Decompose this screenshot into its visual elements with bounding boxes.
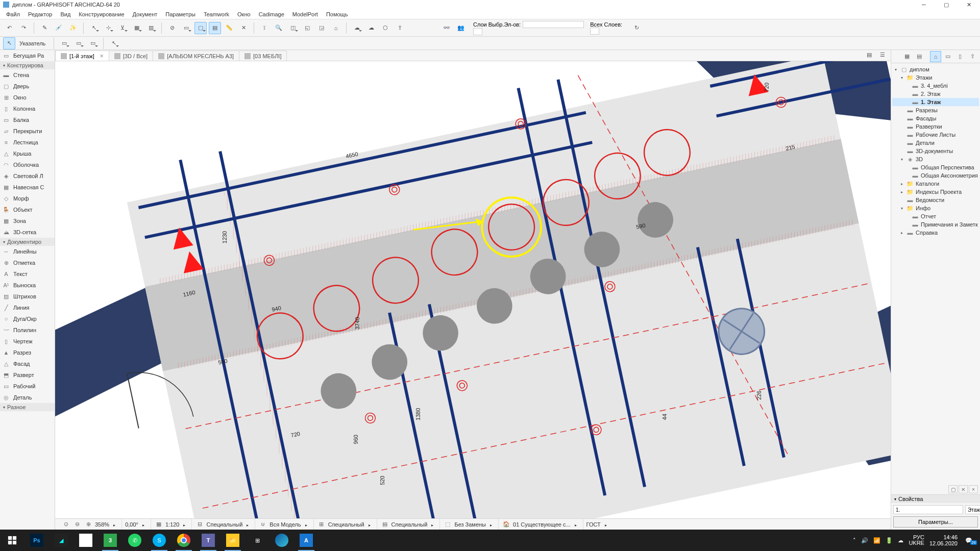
tray-battery-icon[interactable]: 🔋 <box>886 537 893 544</box>
cloud2-button[interactable]: ⬡ <box>379 22 391 34</box>
tab-3d[interactable]: [3D / Все] <box>109 51 153 61</box>
drawing-canvas[interactable]: 4650 1230 1160 940 590 590 3740 720 720 … <box>55 61 891 518</box>
tray-wifi-icon[interactable]: 📶 <box>873 537 880 544</box>
status-model[interactable]: Вся Модель <box>270 521 301 528</box>
wall-tool[interactable]: ▬Стена <box>0 69 55 81</box>
pointer-tool-button[interactable]: ↖ <box>3 37 15 49</box>
nav-tab-views[interactable]: ▭ <box>942 51 953 62</box>
menu-edit[interactable]: Редактор <box>24 10 56 18</box>
params-button[interactable]: Параметры... <box>893 516 978 528</box>
detail-tool[interactable]: ◎Деталь <box>0 392 55 403</box>
status-standard[interactable]: ГОСТ <box>586 521 601 528</box>
measure-button[interactable]: ⟟ <box>258 22 271 34</box>
mesh-tool[interactable]: ⛰3D-сетка <box>0 227 55 238</box>
drawing-tool[interactable]: ▯Чертеж <box>0 336 55 347</box>
nav-tab-layouts[interactable]: ▯ <box>954 51 966 62</box>
trace-button[interactable]: ▤ <box>209 22 221 34</box>
taskbar-skype[interactable]: S <box>147 530 172 551</box>
layer-all-dropdown[interactable] <box>590 28 599 35</box>
selection-rect-button[interactable]: ▭ <box>180 22 192 34</box>
beam-tool[interactable]: ▭Балка <box>0 114 55 126</box>
zone-tool[interactable]: ▩Зона <box>0 215 55 227</box>
line-tool[interactable]: ╱Линия <box>0 302 55 313</box>
tray-onedrive-icon[interactable]: ☁ <box>898 537 903 544</box>
window-tool[interactable]: ⊞Окно <box>0 92 55 103</box>
stair-tool[interactable]: ≡Лестница <box>0 137 55 148</box>
status-special3[interactable]: Специальный <box>391 521 428 528</box>
toolbox-other-head[interactable]: Разное <box>0 403 55 411</box>
menu-teamwork[interactable]: Teamwork <box>200 10 233 18</box>
section-tool[interactable]: ▲Разрез <box>0 347 55 358</box>
home-button[interactable]: ⌂ <box>330 22 342 34</box>
menu-window[interactable]: Окно <box>233 10 255 18</box>
taskbar-sketchup[interactable]: 3 <box>98 530 122 551</box>
menu-help[interactable]: Помощь <box>322 10 352 18</box>
selection-mode-button[interactable]: ▢ <box>194 22 207 34</box>
nav-mode-1[interactable]: ▦ <box>901 51 913 62</box>
zoom-in-button[interactable]: ⊕ <box>84 520 93 529</box>
cloud-button[interactable]: ☁ <box>365 22 377 34</box>
quickselect-3[interactable]: ▭ <box>87 37 99 49</box>
polyline-tool[interactable]: 〰Полилин <box>0 324 55 336</box>
syringe-button[interactable]: 💉 <box>53 22 65 34</box>
tray-more-icon[interactable]: ˄ <box>853 537 856 544</box>
filter-button[interactable]: ↖ <box>108 37 120 49</box>
layer-sel-dropdown[interactable] <box>473 28 482 35</box>
teamwork-button[interactable]: 👥 <box>455 22 467 34</box>
label-tool[interactable]: A¹Выноска <box>0 280 55 291</box>
tab-overview-button[interactable]: ▤ <box>863 48 875 61</box>
status-override[interactable]: Без Замены <box>454 521 486 528</box>
arc-tool[interactable]: ○Дуга/Окр <box>0 313 55 324</box>
undo-button[interactable]: ↶ <box>3 22 15 34</box>
taskbar-taskview[interactable]: ⊞ <box>245 530 270 551</box>
taskbar-app-acer[interactable]: ◢ <box>49 530 74 551</box>
nav-close-button[interactable]: × <box>969 485 978 493</box>
share-button[interactable]: ⇪ <box>394 22 406 34</box>
taskbar-whatsapp[interactable]: ✆ <box>122 530 147 551</box>
tray-language[interactable]: РУСUKRE <box>909 535 924 546</box>
menu-file[interactable]: Файл <box>2 10 24 18</box>
find-button[interactable]: 🔍 <box>273 22 285 34</box>
nav-del-button[interactable]: ✕ <box>959 485 968 493</box>
tab-floor1[interactable]: [1-й этаж]× <box>55 51 109 61</box>
taskbar-explorer[interactable]: 📁 <box>220 530 245 551</box>
zoom-out-button[interactable]: ⊖ <box>72 520 82 529</box>
text-tool[interactable]: AТекст <box>0 268 55 280</box>
view-button[interactable]: ◫ <box>287 22 299 34</box>
cancel-button[interactable]: ✕ <box>237 22 250 34</box>
status-special1[interactable]: Специальный <box>206 521 242 528</box>
slab-tool[interactable]: ▱Перекрыти <box>0 126 55 137</box>
taskbar-store[interactable]: 🛍 <box>74 530 98 551</box>
nav-floor1-item[interactable]: ▬1. Этаж <box>892 98 979 106</box>
column-tool[interactable]: ▯Колонна <box>0 103 55 114</box>
tray-clock[interactable]: 14:4612.06.2020 <box>929 534 958 546</box>
interior-tool[interactable]: ⬒Разверт <box>0 369 55 381</box>
previous-button[interactable]: ◱ <box>301 22 313 34</box>
quickselect-1[interactable]: ▭ <box>58 37 70 49</box>
render-button[interactable]: ☁ <box>351 22 363 34</box>
morph-tool[interactable]: ◇Морф <box>0 193 55 204</box>
menu-document[interactable]: Документ <box>129 10 162 18</box>
layer-sel-input[interactable] <box>523 21 584 28</box>
taskbar-photoshop[interactable]: Ps <box>24 530 49 551</box>
worksheet-tool[interactable]: ▭Рабочий <box>0 381 55 392</box>
ruler-button[interactable]: 📏 <box>223 22 235 34</box>
nav-new-button[interactable]: ▢ <box>948 485 958 493</box>
nav-tab-publisher[interactable]: ⇪ <box>967 51 978 62</box>
object-tool[interactable]: 🪑Объект <box>0 204 55 215</box>
snap-button[interactable]: ⊹ <box>102 22 114 34</box>
roof-tool[interactable]: △Крыша <box>0 148 55 159</box>
curtainwall-tool[interactable]: ▦Навесная С <box>0 182 55 193</box>
tab-close-icon[interactable]: × <box>100 53 104 60</box>
grid-snap-button[interactable]: ▥ <box>145 22 157 34</box>
tray-notifications[interactable]: 💬26 <box>963 537 975 544</box>
menu-view[interactable]: Вид <box>56 10 75 18</box>
grid-button[interactable]: ▦ <box>131 22 143 34</box>
tab-album[interactable]: [АЛЬБОМ КРЕСЛЕНЬ А3] <box>153 51 239 61</box>
suspend-button[interactable]: ⊘ <box>166 22 178 34</box>
navigator-tree[interactable]: ▾▢диплом ▾📁Этажи ▬3. 4_меблі ▬2. Этаж ▬1… <box>891 63 980 484</box>
taskbar-archicad[interactable]: A <box>294 530 318 551</box>
marquee-tool[interactable]: ▭Бегущая Ра <box>0 50 55 61</box>
dimension-tool[interactable]: ↔Линейны <box>0 246 55 257</box>
door-tool[interactable]: ▢Дверь <box>0 81 55 92</box>
